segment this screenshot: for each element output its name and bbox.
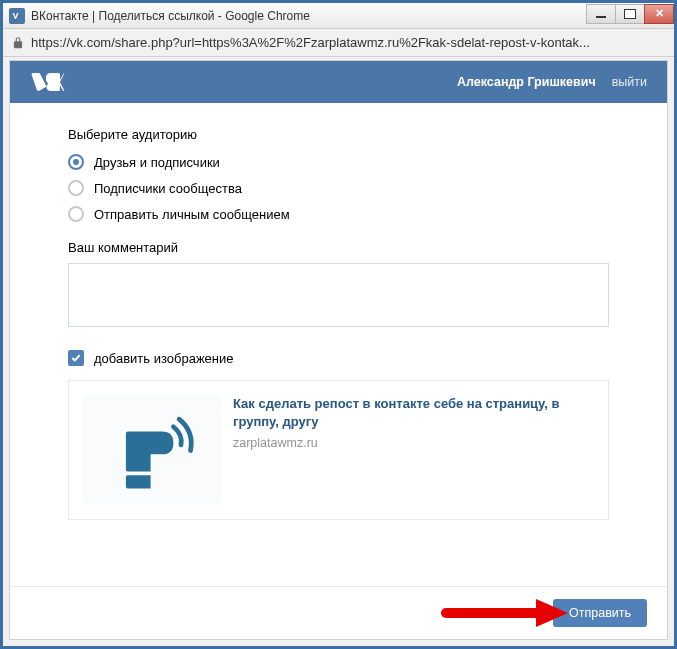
- audience-title: Выберите аудиторию: [68, 127, 609, 142]
- radio-icon: [68, 180, 84, 196]
- address-bar: https://vk.com/share.php?url=https%3A%2F…: [3, 29, 674, 57]
- link-preview: Как сделать репост в контакте себе на ст…: [68, 380, 609, 520]
- window-maximize-button[interactable]: [615, 4, 645, 24]
- preview-thumbnail: [83, 395, 221, 505]
- vk-header: Александр Гришкевич выйти: [10, 61, 667, 103]
- vk-share-dialog: Александр Гришкевич выйти Выберите аудит…: [9, 60, 668, 640]
- radio-community[interactable]: Подписчики сообщества: [68, 180, 609, 196]
- dialog-footer: Отправить: [10, 586, 667, 639]
- add-image-row[interactable]: добавить изображение: [68, 350, 609, 366]
- window-titlebar: ВКонтакте | Поделиться ссылкой - Google …: [3, 3, 674, 29]
- add-image-label: добавить изображение: [94, 351, 234, 366]
- window-minimize-button[interactable]: [586, 4, 616, 24]
- radio-friends[interactable]: Друзья и подписчики: [68, 154, 609, 170]
- comment-textarea[interactable]: [68, 263, 609, 327]
- vk-favicon: [9, 8, 25, 24]
- radio-icon: [68, 206, 84, 222]
- radio-private-message[interactable]: Отправить личным сообщением: [68, 206, 609, 222]
- vk-logo-icon: [30, 71, 66, 93]
- lock-icon: [11, 36, 25, 50]
- submit-button[interactable]: Отправить: [553, 599, 647, 627]
- radio-icon: [68, 154, 84, 170]
- url-text[interactable]: https://vk.com/share.php?url=https%3A%2F…: [31, 35, 666, 50]
- username-label: Александр Гришкевич: [457, 75, 596, 89]
- window-close-button[interactable]: [644, 4, 674, 24]
- checkbox-icon[interactable]: [68, 350, 84, 366]
- radio-label: Отправить личным сообщением: [94, 207, 290, 222]
- window-controls: [587, 4, 674, 24]
- preview-domain: zarplatawmz.ru: [233, 436, 594, 450]
- preview-title: Как сделать репост в контакте себе на ст…: [233, 395, 594, 430]
- window-title: ВКонтакте | Поделиться ссылкой - Google …: [31, 9, 587, 23]
- logout-link[interactable]: выйти: [612, 75, 647, 89]
- radio-label: Друзья и подписчики: [94, 155, 220, 170]
- radio-label: Подписчики сообщества: [94, 181, 242, 196]
- comment-label: Ваш комментарий: [68, 240, 609, 255]
- share-form: Выберите аудиторию Друзья и подписчики П…: [10, 103, 667, 586]
